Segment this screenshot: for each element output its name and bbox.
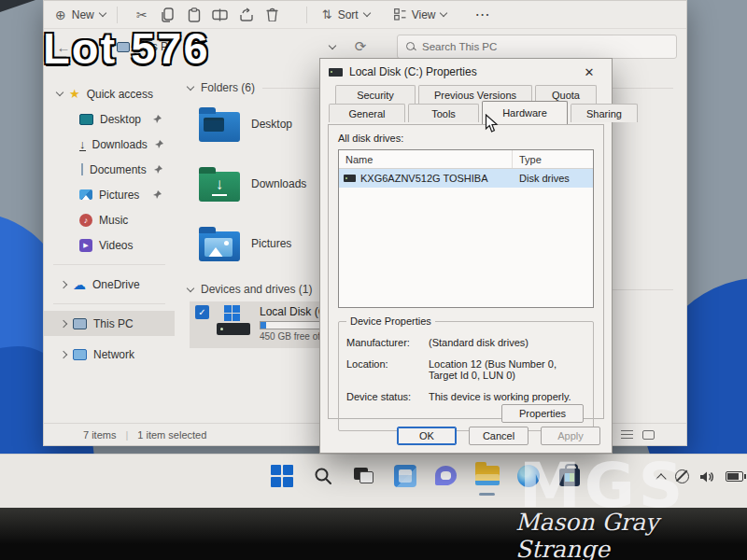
tab-security[interactable]: Security bbox=[335, 85, 416, 104]
cut-button[interactable]: ✂ bbox=[129, 7, 155, 22]
sidebar-item-label: Documents bbox=[90, 163, 147, 176]
chevron-down-icon[interactable] bbox=[329, 41, 336, 49]
sidebar-item-downloads[interactable]: ↓ Downloads bbox=[44, 132, 175, 157]
sidebar-item-label: Videos bbox=[99, 239, 133, 252]
chevron-right-icon[interactable] bbox=[60, 319, 67, 327]
ok-button[interactable]: OK bbox=[397, 427, 457, 445]
windows-flag-icon bbox=[224, 305, 240, 321]
sidebar-item-label: Quick access bbox=[87, 88, 153, 101]
close-button[interactable]: ✕ bbox=[575, 65, 603, 79]
sidebar-item-videos[interactable]: ▶ Videos bbox=[44, 232, 175, 258]
tab-sharing[interactable]: Sharing bbox=[571, 104, 638, 122]
photo-of-laptop-screen: ⊕ New ✂ ⇅ Sort bbox=[0, 0, 747, 560]
share-button[interactable] bbox=[233, 7, 260, 21]
sidebar-item-documents[interactable]: Documents bbox=[44, 157, 175, 182]
sidebar-item-label: Music bbox=[99, 214, 128, 227]
chevron-down-icon bbox=[362, 9, 370, 17]
chat-button[interactable] bbox=[433, 463, 458, 488]
sidebar-item-label: Downloads bbox=[92, 138, 148, 151]
refresh-button[interactable]: ⟳ bbox=[350, 38, 371, 55]
disk-drive-row[interactable]: KXG6AZNV512G TOSHIBA Disk drives bbox=[339, 169, 593, 188]
explorer-sidebar: ★ Quick access Desktop ↓ Downloads Docum… bbox=[44, 64, 175, 423]
properties-dialog: Local Disk (C:) Properties ✕ Security Pr… bbox=[319, 58, 613, 454]
copy-button[interactable] bbox=[155, 7, 181, 22]
disk-drives-list[interactable]: Name Type KXG6AZNV512G TOSHIBA Disk driv… bbox=[338, 149, 594, 308]
dialog-title: Local Disk (C:) Properties bbox=[349, 65, 569, 78]
disk-icon bbox=[344, 175, 356, 182]
dialog-tabs: Security Previous Versions Quota General… bbox=[320, 85, 612, 126]
sidebar-item-desktop[interactable]: Desktop bbox=[44, 106, 175, 132]
view-grid-icon bbox=[394, 8, 406, 21]
sidebar-item-pictures[interactable]: Pictures bbox=[44, 182, 175, 207]
active-app-indicator bbox=[479, 493, 495, 496]
widgets-icon bbox=[394, 465, 416, 487]
group-title: Device Properties bbox=[346, 315, 435, 327]
details-view-toggle-icon[interactable] bbox=[621, 430, 633, 440]
windows-logo-icon bbox=[271, 465, 293, 487]
sort-button[interactable]: ⇅ Sort bbox=[322, 7, 370, 21]
rename-button[interactable] bbox=[207, 8, 233, 21]
chevron-right-icon[interactable] bbox=[60, 350, 67, 357]
star-icon: ★ bbox=[69, 87, 80, 101]
search-icon bbox=[314, 467, 332, 485]
tab-general[interactable]: General bbox=[329, 104, 405, 122]
desktop-folder-icon bbox=[199, 112, 240, 142]
sidebar-divider bbox=[53, 303, 165, 304]
properties-button[interactable]: Properties bbox=[501, 404, 584, 423]
sidebar-item-onedrive[interactable]: ☁ OneDrive bbox=[44, 272, 175, 297]
network-icon bbox=[73, 349, 87, 360]
field-value: (Standard disk drives) bbox=[429, 337, 529, 348]
lot-number-watermark: Lot 576 bbox=[43, 22, 210, 74]
search-icon bbox=[406, 42, 416, 51]
field-value: Location 12 (Bus Number 0, Target Id 0, … bbox=[429, 358, 585, 381]
apply-button[interactable]: Apply bbox=[541, 427, 600, 445]
sidebar-divider bbox=[53, 264, 165, 265]
statusbar-divider: | bbox=[125, 429, 128, 441]
paste-button[interactable] bbox=[181, 7, 207, 22]
tab-tools[interactable]: Tools bbox=[408, 104, 479, 122]
items-count-label: 7 items bbox=[83, 429, 116, 441]
widgets-button[interactable] bbox=[392, 463, 417, 488]
delete-button[interactable] bbox=[260, 7, 286, 21]
sidebar-item-network[interactable]: Network bbox=[44, 342, 175, 367]
pictures-icon bbox=[79, 189, 92, 200]
new-button-label: New bbox=[72, 8, 94, 21]
volume-icon[interactable] bbox=[699, 470, 715, 483]
task-view-button[interactable] bbox=[351, 463, 376, 488]
new-button[interactable]: ⊕ New bbox=[55, 7, 106, 22]
sidebar-item-label: OneDrive bbox=[92, 278, 140, 291]
pin-icon bbox=[154, 140, 163, 149]
field-label: Manufacturer: bbox=[346, 337, 429, 348]
sidebar-item-music[interactable]: ♪ Music bbox=[44, 207, 175, 232]
file-explorer-button[interactable] bbox=[474, 463, 500, 488]
battery-icon[interactable] bbox=[726, 471, 743, 482]
drive-checkbox[interactable]: ✓ bbox=[195, 305, 209, 319]
onedrive-cloud-icon: ☁ bbox=[73, 278, 86, 291]
chevron-down-icon bbox=[99, 9, 106, 17]
cancel-button[interactable]: Cancel bbox=[469, 427, 529, 445]
column-header-type[interactable]: Type bbox=[513, 150, 593, 168]
folders-header-label: Folders (6) bbox=[201, 81, 255, 94]
more-options-button[interactable]: ⋯ bbox=[474, 6, 490, 23]
chevron-down-icon[interactable] bbox=[187, 82, 194, 90]
downloads-folder-icon: ↓ bbox=[199, 172, 240, 202]
plus-circle-icon: ⊕ bbox=[55, 7, 66, 22]
chevron-down-icon[interactable] bbox=[56, 89, 63, 96]
large-icons-view-toggle-icon[interactable] bbox=[642, 430, 655, 440]
view-button-label: View bbox=[412, 8, 436, 21]
this-pc-icon bbox=[73, 318, 87, 329]
selected-count-label: 1 item selected bbox=[137, 429, 206, 441]
field-label: Location: bbox=[346, 358, 429, 381]
search-input[interactable]: Search This PC bbox=[397, 35, 677, 59]
sort-arrows-icon: ⇅ bbox=[322, 7, 332, 21]
sidebar-item-this-pc[interactable]: This PC bbox=[44, 311, 175, 336]
sidebar-item-quick-access[interactable]: ★ Quick access bbox=[44, 81, 175, 106]
dialog-titlebar[interactable]: Local Disk (C:) Properties ✕ bbox=[320, 59, 612, 85]
chevron-right-icon[interactable] bbox=[60, 280, 67, 287]
document-icon bbox=[81, 163, 83, 175]
start-button[interactable] bbox=[269, 463, 294, 488]
chevron-down-icon[interactable] bbox=[187, 284, 194, 291]
column-header-name[interactable]: Name bbox=[339, 150, 513, 168]
view-button[interactable]: View bbox=[394, 8, 447, 21]
taskbar-search-button[interactable] bbox=[310, 463, 335, 488]
